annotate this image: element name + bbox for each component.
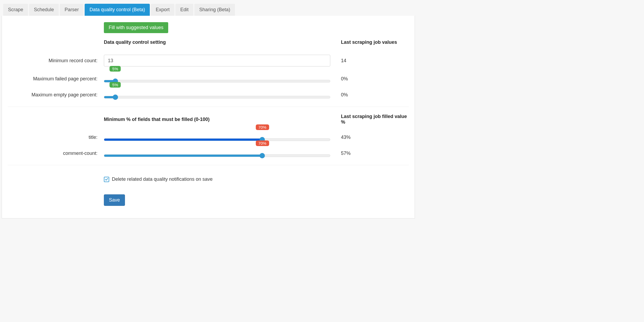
slider-thumb[interactable] bbox=[260, 153, 265, 158]
tab-schedule[interactable]: Schedule bbox=[29, 4, 59, 16]
delete-notifications-checkbox[interactable] bbox=[104, 177, 109, 182]
delete-notifications-label: Delete related data quality notification… bbox=[112, 176, 213, 182]
slider-tooltip: 5% bbox=[110, 66, 121, 72]
check-icon bbox=[105, 178, 108, 181]
heading-last-values: Last scraping job values bbox=[330, 40, 410, 45]
comment-count-slider[interactable]: 70% bbox=[104, 147, 330, 159]
min-record-count-input[interactable] bbox=[104, 55, 330, 66]
tab-export[interactable]: Export bbox=[151, 4, 174, 16]
heading-min-pct-fields: Minimum % of fields that must be filled … bbox=[104, 117, 330, 122]
tab-edit[interactable]: Edit bbox=[175, 4, 193, 16]
save-button[interactable]: Save bbox=[104, 194, 125, 206]
tab-parser[interactable]: Parser bbox=[60, 4, 84, 16]
slider-tooltip: 70% bbox=[256, 140, 269, 146]
label-max-failed-page: Maximum failed page percent: bbox=[33, 76, 97, 81]
max-failed-page-slider[interactable]: 5% bbox=[104, 73, 330, 85]
last-max-failed-page: 0% bbox=[341, 76, 348, 81]
last-title-pct: 43% bbox=[341, 135, 351, 140]
tab-scrape[interactable]: Scrape bbox=[3, 4, 28, 16]
max-empty-page-slider[interactable]: 5% bbox=[104, 89, 330, 101]
heading-last-filled-pct: Last scraping job filled value % bbox=[330, 114, 410, 125]
content-panel: Fill with suggested values Data quality … bbox=[2, 16, 415, 218]
slider-tooltip: 5% bbox=[110, 82, 121, 88]
tabs-bar: Scrape Schedule Parser Data quality cont… bbox=[0, 0, 417, 16]
tab-data-quality[interactable]: Data quality control (Beta) bbox=[85, 4, 150, 16]
last-max-empty-page: 0% bbox=[341, 92, 348, 97]
section-divider bbox=[8, 107, 409, 107]
label-comment-count-field: comment-count: bbox=[63, 151, 97, 156]
slider-tooltip: 70% bbox=[256, 124, 269, 130]
last-min-record-count: 14 bbox=[341, 58, 346, 63]
fill-suggested-button[interactable]: Fill with suggested values bbox=[104, 22, 168, 33]
section-divider bbox=[8, 165, 409, 165]
label-min-record-count: Minimum record count: bbox=[49, 58, 97, 63]
last-comment-count-pct: 57% bbox=[341, 151, 351, 156]
label-title-field: title: bbox=[89, 135, 97, 140]
label-max-empty-page: Maximum empty page percent: bbox=[32, 92, 97, 97]
tab-sharing[interactable]: Sharing (Beta) bbox=[194, 4, 235, 16]
title-slider[interactable]: 70% bbox=[104, 131, 330, 143]
slider-thumb[interactable] bbox=[113, 95, 118, 100]
heading-data-quality-setting: Data quality control setting bbox=[104, 40, 330, 45]
